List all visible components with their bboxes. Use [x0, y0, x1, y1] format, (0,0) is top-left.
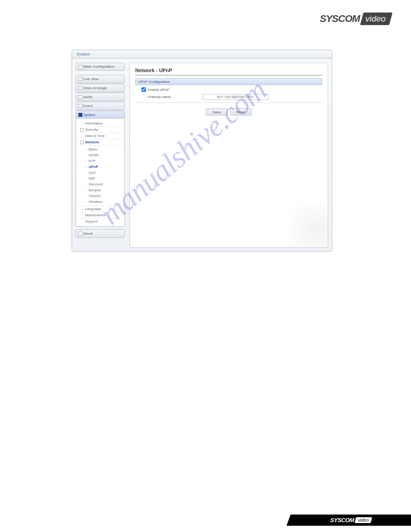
- tree-subitem-bonjour[interactable]: Bonjour: [76, 187, 124, 193]
- tree-item-network[interactable]: Network: [76, 139, 124, 146]
- tree-subitem-nat[interactable]: NAT: [76, 176, 124, 181]
- reset-button[interactable]: Reset: [230, 108, 252, 116]
- tree-subitem-wireless[interactable]: Wireless: [76, 199, 124, 205]
- sidebar-item-about[interactable]: About: [76, 230, 124, 237]
- friendly-name-label: Friendly name: [146, 95, 202, 99]
- sidebar-item-event[interactable]: Event: [76, 102, 124, 110]
- sidebar-item-audio[interactable]: Audio: [76, 93, 124, 101]
- enable-upnp-label: Enable UPnP: [148, 88, 169, 92]
- tree-item-support[interactable]: Support: [76, 219, 124, 224]
- sidebar-accordion: Live View: [76, 75, 125, 83]
- tree-subitem-basic[interactable]: Basic: [76, 146, 124, 152]
- friendly-name-input[interactable]: [202, 94, 269, 100]
- tree-item-language[interactable]: Language: [76, 206, 124, 212]
- tree-subitem-qos[interactable]: QoS: [76, 170, 124, 176]
- brand-logo: SYSCOM video: [320, 13, 391, 25]
- tree-item-datetime[interactable]: Date & Time: [76, 133, 124, 139]
- sidebar-item-live-view[interactable]: Live View: [76, 75, 124, 83]
- enable-upnp-row: Enable UPnP: [135, 85, 322, 93]
- sidebar-item-system[interactable]: System: [76, 111, 124, 119]
- footer-bar: SYSCOM video: [287, 515, 411, 526]
- tree-subitem-ddns[interactable]: DDNS: [76, 152, 124, 158]
- tree-item-security[interactable]: Security: [76, 127, 124, 133]
- tree-item-maintenance[interactable]: Maintenance: [76, 212, 124, 219]
- button-row: Save Reset: [135, 103, 322, 116]
- page-title: Network - UPnP: [135, 68, 322, 76]
- app-window: System Basic Configuration Live View Vid…: [72, 50, 332, 252]
- sidebar-tree: Information Security Date & Time Network…: [76, 119, 124, 226]
- tree-sub-network: Basic DDNS RTP UPnP QoS NAT Zeroconf Bon…: [76, 146, 124, 206]
- friendly-name-row: Friendly name: [135, 93, 322, 103]
- tree-subitem-zeroconf[interactable]: Zeroconf: [76, 181, 124, 187]
- footer-brand-sub-badge: video: [355, 517, 372, 523]
- sidebar-item-video-image[interactable]: Video & Image: [76, 84, 124, 92]
- tree-subitem-upnp[interactable]: UPnP: [76, 164, 124, 170]
- tree-subitem-rtp[interactable]: RTP: [76, 158, 124, 164]
- tree-subitem-vsaas[interactable]: VSAAS: [76, 193, 124, 199]
- enable-upnp-checkbox[interactable]: [141, 87, 146, 92]
- section-header-upnp: UPnP Configuration: [135, 78, 322, 85]
- save-button[interactable]: Save: [206, 108, 227, 116]
- background-decoration: [274, 193, 328, 247]
- sidebar: Basic Configuration Live View Video & Im…: [76, 63, 125, 248]
- footer-brand-name: SYSCOM: [330, 517, 354, 523]
- app-title: System: [77, 52, 90, 56]
- app-titlebar: System: [72, 50, 332, 59]
- sidebar-item-basic-configuration[interactable]: Basic Configuration: [76, 63, 125, 71]
- tree-item-information[interactable]: Information: [76, 120, 124, 127]
- content-panel: Network - UPnP UPnP Configuration Enable…: [129, 63, 328, 248]
- brand-name: SYSCOM: [320, 13, 360, 25]
- brand-sub-badge: video: [360, 13, 393, 25]
